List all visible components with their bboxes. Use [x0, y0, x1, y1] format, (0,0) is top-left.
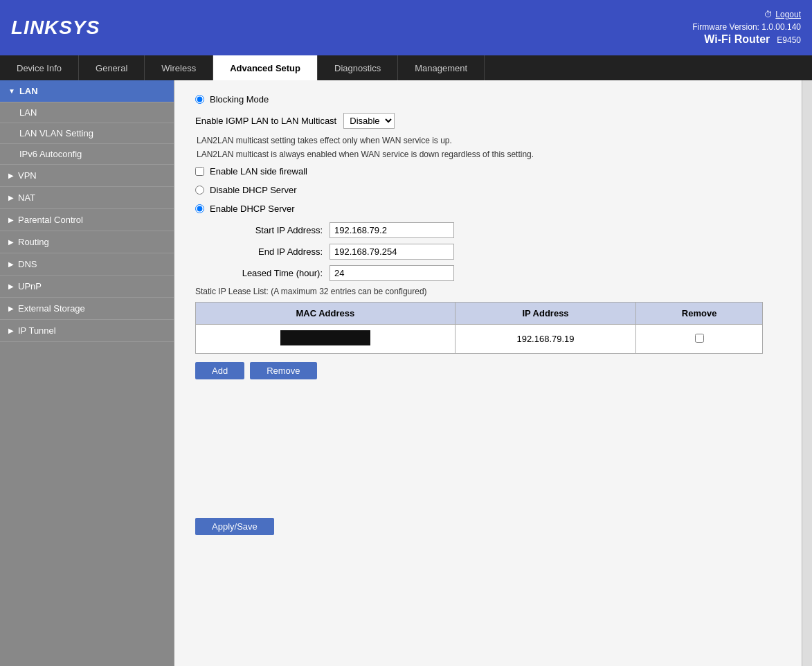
sidebar-item-dns[interactable]: ▶ DNS — [0, 253, 174, 276]
disable-dhcp-label: Disable DHCP Server — [210, 185, 296, 195]
leased-time-input[interactable] — [330, 265, 454, 281]
info-text-1: LAN2LAN multicast setting takes effect o… — [195, 136, 781, 145]
sidebar-item-ip-tunnel[interactable]: ▶ IP Tunnel — [0, 320, 174, 342]
enable-dhcp-row: Enable DHCP Server — [195, 204, 781, 214]
logout-link[interactable]: Logout — [775, 10, 801, 19]
disable-dhcp-radio[interactable] — [195, 186, 204, 195]
arrow-icon-routing: ▶ — [8, 238, 14, 246]
blocking-mode-label: Blocking Mode — [210, 94, 269, 105]
sidebar-label-external: External Storage — [18, 303, 85, 314]
remove-button[interactable]: Remove — [250, 362, 316, 379]
sidebar-label-upnp: UPnP — [18, 281, 42, 291]
sidebar-item-lan[interactable]: ▼ LAN — [0, 80, 174, 102]
arrow-icon-dns: ▶ — [8, 260, 14, 268]
sidebar-label-iptunnel: IP Tunnel — [18, 325, 56, 336]
tab-advanced-setup[interactable]: Advanced Setup — [213, 55, 318, 80]
tab-device-info[interactable]: Device Info — [0, 55, 79, 80]
leased-time-label: Leased Time (hour): — [212, 268, 323, 278]
arrow-icon-parental: ▶ — [8, 216, 14, 224]
sidebar-item-lan-vlan[interactable]: LAN VLAN Setting — [0, 123, 174, 144]
blocking-mode-radio[interactable] — [195, 95, 204, 104]
end-ip-row: End IP Address: — [195, 244, 781, 260]
remove-checkbox[interactable] — [695, 334, 704, 343]
sidebar-item-parental-control[interactable]: ▶ Parental Control — [0, 209, 174, 231]
lan-firewall-row: Enable LAN side firewall — [195, 166, 781, 177]
static-ip-label: Static IP Lease List: (A maximum 32 entr… — [195, 287, 781, 296]
sidebar-item-lan-sub[interactable]: LAN — [0, 102, 174, 123]
main-layout: ▼ LAN LAN LAN VLAN Setting IPv6 Autoconf… — [0, 80, 812, 666]
apply-row: Apply/Save — [195, 518, 781, 535]
igmp-label: Enable IGMP LAN to LAN Multicast — [195, 116, 336, 126]
leased-time-row: Leased Time (hour): — [195, 265, 781, 281]
sidebar-label-nat: NAT — [18, 192, 35, 203]
table-cell-ip: 192.168.79.19 — [455, 325, 635, 354]
end-ip-label: End IP Address: — [212, 246, 323, 257]
apply-save-button[interactable]: Apply/Save — [195, 518, 274, 535]
header: LINKSYS ⏱ Logout Firmware Version: 1.0.0… — [0, 0, 812, 55]
sidebar-item-upnp[interactable]: ▶ UPnP — [0, 276, 174, 298]
sidebar: ▼ LAN LAN LAN VLAN Setting IPv6 Autoconf… — [0, 80, 174, 666]
logout-section: ⏱ Logout — [692, 10, 801, 19]
sidebar-item-nat[interactable]: ▶ NAT — [0, 187, 174, 209]
sidebar-item-routing[interactable]: ▶ Routing — [0, 231, 174, 253]
button-row: Add Remove — [195, 362, 781, 379]
sidebar-label-lan: LAN — [19, 86, 38, 96]
blocking-mode-row: Blocking Mode — [195, 94, 781, 105]
add-button[interactable]: Add — [195, 362, 244, 379]
nav-tabs: Device Info General Wireless Advanced Se… — [0, 55, 812, 80]
enable-dhcp-radio[interactable] — [195, 204, 204, 213]
table-header-remove: Remove — [636, 303, 763, 325]
start-ip-label: Start IP Address: — [212, 225, 323, 235]
router-name: Wi-Fi Router — [704, 33, 770, 45]
sidebar-item-ipv6-autoconfig[interactable]: IPv6 Autoconfig — [0, 144, 174, 165]
arrow-icon-lan: ▼ — [8, 87, 15, 95]
start-ip-input[interactable] — [330, 222, 454, 238]
static-ip-table: MAC Address IP Address Remove 192.168.79… — [195, 302, 763, 354]
sidebar-label-parental: Parental Control — [18, 215, 83, 225]
table-header-ip: IP Address — [455, 303, 635, 325]
sidebar-label-dns: DNS — [18, 259, 37, 269]
sidebar-label-vpn: VPN — [18, 170, 37, 181]
logo: LINKSYS — [11, 17, 100, 39]
info-text-2: LAN2LAN multicast is always enabled when… — [195, 150, 781, 159]
sidebar-label-routing: Routing — [18, 237, 49, 247]
mac-address-field[interactable] — [280, 330, 370, 345]
table-cell-mac — [196, 325, 455, 354]
lan-firewall-label: Enable LAN side firewall — [210, 166, 307, 177]
table-row: 192.168.79.19 — [196, 325, 763, 354]
lan-firewall-checkbox[interactable] — [195, 167, 204, 176]
enable-dhcp-label: Enable DHCP Server — [210, 204, 295, 214]
sidebar-item-external-storage[interactable]: ▶ External Storage — [0, 298, 174, 320]
firmware-version: Firmware Version: 1.0.00.140 — [692, 22, 801, 32]
tab-wireless[interactable]: Wireless — [145, 55, 213, 80]
tab-management[interactable]: Management — [398, 55, 485, 80]
start-ip-row: Start IP Address: — [195, 222, 781, 238]
table-header-mac: MAC Address — [196, 303, 455, 325]
igmp-select[interactable]: Disable Enable — [343, 113, 395, 129]
scrollbar[interactable] — [802, 80, 812, 666]
sidebar-item-vpn[interactable]: ▶ VPN — [0, 165, 174, 187]
end-ip-input[interactable] — [330, 244, 454, 260]
clock-icon: ⏱ — [764, 10, 773, 19]
tab-general[interactable]: General — [79, 55, 145, 80]
arrow-icon-iptunnel: ▶ — [8, 327, 14, 334]
header-right: ⏱ Logout Firmware Version: 1.0.00.140 Wi… — [692, 10, 801, 46]
table-cell-remove — [636, 325, 763, 354]
arrow-icon-nat: ▶ — [8, 194, 14, 201]
disable-dhcp-row: Disable DHCP Server — [195, 185, 781, 195]
arrow-icon-external: ▶ — [8, 305, 14, 312]
arrow-icon-vpn: ▶ — [8, 172, 14, 179]
main-content: Blocking Mode Enable IGMP LAN to LAN Mul… — [174, 80, 802, 666]
tab-diagnostics[interactable]: Diagnostics — [318, 55, 398, 80]
router-info: Wi-Fi Router E9450 — [692, 33, 801, 46]
igmp-row: Enable IGMP LAN to LAN Multicast Disable… — [195, 113, 781, 129]
router-model: E9450 — [777, 35, 801, 45]
arrow-icon-upnp: ▶ — [8, 282, 14, 290]
